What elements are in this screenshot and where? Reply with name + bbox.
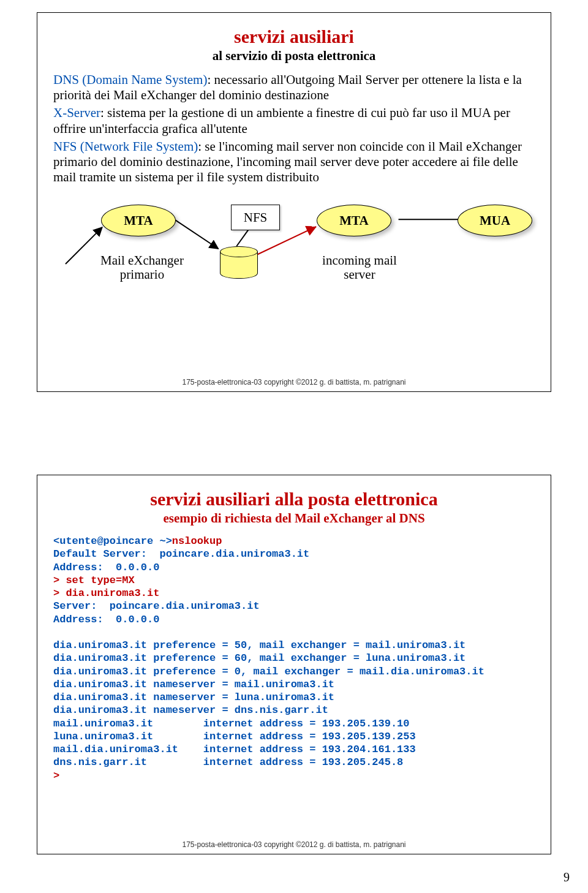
node-mta-right: MTA (317, 205, 391, 236)
cylinder-icon (220, 246, 257, 278)
label-mta-left: MTA (124, 213, 153, 228)
page-number: 9 (564, 870, 570, 884)
label-mx-a: Mail eXchanger (100, 253, 184, 268)
label-inc-a: incoming mail (322, 253, 397, 268)
svg-line-2 (236, 229, 249, 246)
slide-nslookup: servizi ausiliari alla posta elettronica… (37, 475, 551, 854)
slide2-footer: 175-posta-elettronica-03 copyright ©2012… (37, 840, 551, 849)
para-nfs: NFS (Network File System): se l'incoming… (53, 139, 535, 186)
slide2-subtitle: esempio di richiesta del Mail eXchanger … (53, 511, 535, 526)
diagram: MTA NFS MTA MUA Mail eXchangerprimario i… (53, 194, 535, 310)
label-mta-right: MTA (339, 213, 368, 228)
slide1-footer: 175-posta-elettronica-03 copyright ©2012… (37, 378, 551, 386)
terminal-output: <utente@poincare ~>nslookup Default Serv… (53, 535, 535, 782)
label-mx-b: primario (120, 267, 164, 282)
node-nfs: NFS (231, 205, 280, 230)
svg-line-3 (257, 227, 316, 255)
slide1-subtitle: al servizio di posta elettronica (53, 48, 535, 64)
slide1-title: servizi ausiliari (53, 26, 535, 47)
label-mua: MUA (480, 213, 510, 228)
label-incoming: incoming mailserver (311, 254, 409, 282)
kw-xserver: X-Server (53, 105, 100, 120)
label-inc-b: server (344, 267, 375, 282)
slide-servizi-ausiliari: servizi ausiliari al servizio di posta e… (37, 12, 551, 392)
para-xserver: X-Server: sistema per la gestione di un … (53, 105, 535, 136)
label-nfs: NFS (244, 210, 268, 225)
label-mx-primario: Mail eXchangerprimario (90, 254, 194, 282)
kw-nfs: NFS (Network File System) (53, 139, 198, 154)
svg-line-1 (174, 219, 218, 249)
txt-xserver: : sistema per la gestione di un ambiente… (53, 105, 510, 135)
node-mua: MUA (458, 205, 532, 236)
slide2-title: servizi ausiliari alla posta elettronica (53, 489, 535, 510)
kw-dns: DNS (Domain Name System) (53, 72, 207, 87)
node-mta-left: MTA (101, 205, 176, 236)
para-dns: DNS (Domain Name System): necessario all… (53, 72, 535, 103)
